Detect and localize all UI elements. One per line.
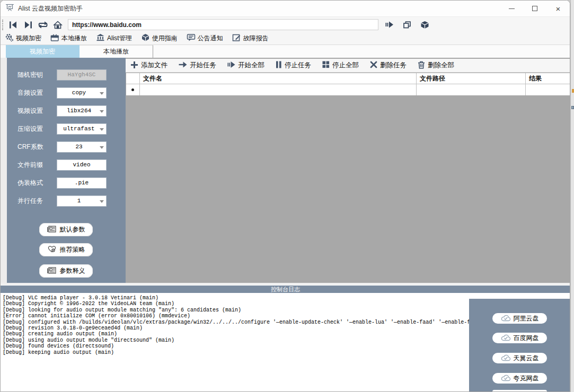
background-icon <box>572 89 574 93</box>
menu-user-guide[interactable]: 使用指南 <box>141 33 178 43</box>
menu-alist-manage[interactable]: Alist管理 <box>96 33 132 43</box>
partially-visible-drive-button[interactable] <box>492 390 547 392</box>
table-row[interactable] <box>126 84 570 95</box>
cloud-check-icon <box>501 314 511 323</box>
refresh-icon[interactable] <box>36 19 50 31</box>
tab-video-encrypt[interactable]: 视频加密 <box>6 45 80 58</box>
play-all-icon <box>227 61 235 70</box>
chevron-down-icon <box>100 200 104 203</box>
field-label: 音频设置 <box>17 88 57 97</box>
stop-all-button[interactable]: 停止全部 <box>322 61 359 70</box>
cloud-check-icon <box>501 354 511 363</box>
back-button[interactable] <box>6 19 20 31</box>
maximize-button[interactable] <box>523 1 546 16</box>
menu-video-encrypt[interactable]: 视频加密 <box>5 33 41 43</box>
delete-task-button[interactable]: 删除任务 <box>370 61 407 70</box>
crf-select[interactable]: 23 <box>57 141 107 153</box>
go-button[interactable] <box>383 19 396 31</box>
chevron-down-icon <box>100 146 104 149</box>
maximize-icon <box>532 6 537 11</box>
bank-icon <box>96 33 105 43</box>
minimize-icon <box>509 8 515 9</box>
file-prefix-input[interactable] <box>57 159 107 171</box>
edit-report-icon <box>232 33 241 43</box>
video-codec-select[interactable]: libx264 <box>57 105 107 117</box>
close-button[interactable]: × <box>546 1 570 16</box>
app-icon <box>5 3 14 14</box>
start-task-button[interactable]: 开始任务 <box>179 61 216 70</box>
stop-task-button[interactable]: 停止任务 <box>276 61 311 70</box>
field-label: 伪装格式 <box>17 179 57 188</box>
random-key-field[interactable] <box>57 69 107 81</box>
start-all-button[interactable]: 开始全部 <box>227 61 264 70</box>
background-window-sliver <box>570 0 574 392</box>
field-label: CRF系数 <box>17 142 57 152</box>
gear-icon <box>5 33 14 43</box>
cube-icon <box>141 33 150 43</box>
quark-drive-button[interactable]: 夸克网盘 <box>492 373 547 384</box>
column-header-result[interactable]: 结果 <box>526 73 570 84</box>
url-input[interactable] <box>68 19 378 30</box>
tab-local-play[interactable]: 本地播放 <box>80 45 153 58</box>
delete-all-button[interactable]: 删除全部 <box>418 61 454 70</box>
trash-icon <box>418 61 425 70</box>
parallel-tasks-select[interactable]: 1 <box>57 195 107 207</box>
menu-item-label: 使用指南 <box>152 34 178 43</box>
chevron-down-icon <box>100 110 104 113</box>
stop-grid-icon <box>322 61 330 70</box>
pause-icon <box>276 61 282 70</box>
default-params-button[interactable]: 默认参数 <box>39 223 93 236</box>
menu-local-play[interactable]: 本地播放 <box>50 33 87 43</box>
package-icon[interactable] <box>418 19 431 31</box>
home-button[interactable] <box>51 19 65 31</box>
chevron-down-icon <box>100 128 104 131</box>
add-file-button[interactable]: 添加文件 <box>130 61 167 70</box>
field-label: 压缩设置 <box>17 124 57 133</box>
newspaper-icon <box>47 225 57 235</box>
x-icon <box>370 61 377 70</box>
cloud-check-icon <box>501 374 511 383</box>
cell-filepath[interactable] <box>417 84 526 95</box>
minimize-button[interactable] <box>500 1 523 16</box>
toolbar-gripper <box>2 20 4 30</box>
cell-result[interactable] <box>526 84 570 95</box>
clapperboard-icon <box>50 33 59 43</box>
tianyi-drive-button[interactable]: 天翼云盘 <box>492 353 547 363</box>
recommended-strategy-button[interactable]: 推荐策略 <box>39 243 93 256</box>
browser-nav-bar <box>1 16 570 32</box>
audio-codec-select[interactable]: copy <box>57 87 107 99</box>
speech-bubble-icon <box>187 33 196 43</box>
copy-url-icon[interactable] <box>400 19 414 31</box>
menu-item-label: 本地播放 <box>61 34 87 43</box>
grid-corner-cell <box>126 73 140 84</box>
column-header-filepath[interactable]: 文件路径 <box>417 73 526 84</box>
app-window: Alist 云盘视频加密助手 × <box>0 0 570 392</box>
preset-select[interactable]: ultrafast <box>57 123 107 135</box>
console-header: 控制台日志 <box>1 285 570 293</box>
heart-plus-icon <box>47 245 57 255</box>
settings-sidebar: 随机密钥 音频设置 copy 视频设置 libx264 压缩设置 <box>7 58 126 283</box>
column-header-filename[interactable]: 文件名 <box>140 73 417 84</box>
close-icon: × <box>556 5 561 13</box>
menu-item-label: 视频加密 <box>16 34 41 43</box>
new-row-indicator <box>126 84 140 95</box>
menu-announcement[interactable]: 公告通知 <box>187 33 223 43</box>
plus-icon <box>130 61 138 70</box>
aliyun-drive-button[interactable]: 阿里云盘 <box>492 313 547 324</box>
baidu-drive-button[interactable]: 百度网盘 <box>492 333 547 343</box>
menu-toolbar: 视频加密 本地播放 Alist管理 <box>1 32 570 45</box>
cloud-check-icon <box>501 334 511 343</box>
menu-item-label: Alist管理 <box>107 34 132 43</box>
disguise-format-input[interactable] <box>57 177 107 189</box>
forward-button[interactable] <box>21 19 35 31</box>
arrow-right-icon <box>179 61 187 70</box>
newspaper-icon <box>47 266 57 276</box>
menu-bug-report[interactable]: 故障报告 <box>232 33 269 43</box>
window-title: Alist 云盘视频加密助手 <box>18 4 83 13</box>
cell-filename[interactable] <box>140 84 417 95</box>
menu-item-label: 故障报告 <box>243 34 269 43</box>
params-explain-button[interactable]: 参数释义 <box>39 264 93 278</box>
title-bar: Alist 云盘视频加密助手 × <box>1 1 570 16</box>
menu-item-label: 公告通知 <box>198 34 223 43</box>
grid-header-row: 文件名 文件路径 结果 <box>126 73 570 84</box>
